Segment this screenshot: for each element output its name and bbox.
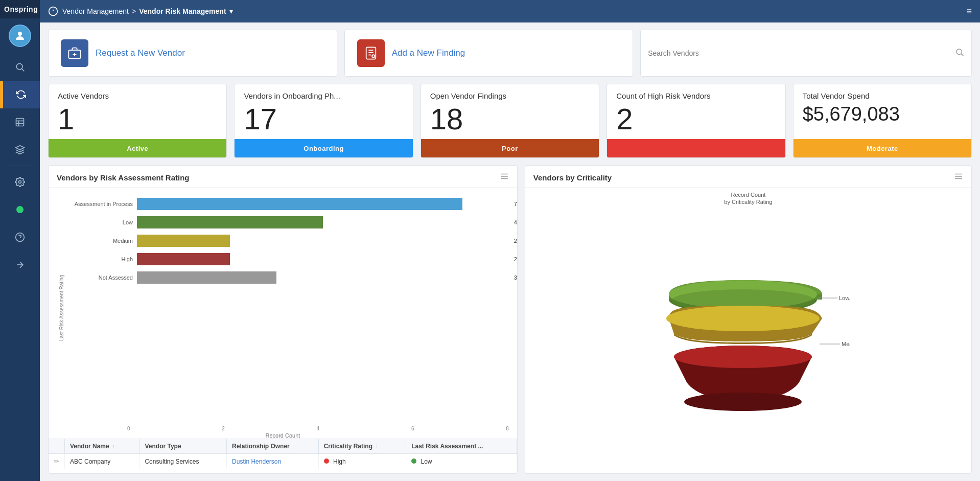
svg-point-1 <box>16 63 22 70</box>
bar-chart-header: Vendors by Risk Assessment Rating <box>49 166 517 188</box>
sidebar-item-layers[interactable] <box>0 136 40 164</box>
relationship-owner-link[interactable]: Dustin Henderson <box>232 458 281 465</box>
svg-point-25 <box>956 49 962 55</box>
stat-onboarding-title: Vendors in Onboarding Ph... <box>244 91 403 100</box>
stat-high-risk-footer <box>607 139 785 157</box>
svg-point-0 <box>18 32 22 36</box>
bar-row-0: Assessment in Process7 <box>66 197 509 211</box>
criticality-chart-menu[interactable] <box>954 172 963 183</box>
stat-open-findings-footer: Poor <box>421 139 599 157</box>
bar-fill-2 <box>137 235 230 247</box>
bar-label-4: Not Assessed <box>66 274 133 281</box>
bar-fill-0 <box>137 198 462 210</box>
bar-count-1: 4 <box>514 219 517 225</box>
svg-point-8 <box>19 181 21 184</box>
request-vendor-icon <box>61 39 88 67</box>
bar-chart-body: Last Risk Assessment Rating Assessment i… <box>49 188 517 473</box>
row-edit-cell[interactable]: ✏ <box>49 454 65 469</box>
search-card <box>640 30 972 77</box>
criticality-chart-title: Vendors by Criticality <box>533 173 612 182</box>
col-criticality-rating[interactable]: Criticality Rating ↑ <box>318 439 406 454</box>
sidebar: Onspring <box>0 0 40 481</box>
criticality-chart-body: Record Count by Criticality Rating <box>525 188 971 473</box>
sidebar-item-status[interactable] <box>0 196 40 223</box>
y-axis-label: Last Risk Assessment Rating <box>57 192 66 424</box>
sidebar-item-help[interactable] <box>0 223 40 251</box>
sort-criticality-icon[interactable]: ↑ <box>376 444 378 449</box>
edit-icon: ✏ <box>54 457 59 465</box>
row-vendor-name: ABC Company <box>65 454 139 469</box>
bar-row-2: Medium2 <box>66 234 509 248</box>
stat-open-findings-value: 18 <box>430 104 590 134</box>
stat-high-risk-value: 2 <box>616 104 776 134</box>
stat-active-vendors-title: Active Vendors <box>58 91 217 100</box>
stat-onboarding-footer: Onboarding <box>235 139 412 157</box>
sidebar-item-dashboard[interactable] <box>0 81 40 108</box>
module-icon <box>48 6 58 16</box>
search-icon[interactable] <box>955 48 964 59</box>
col-vendor-type: Vendor Type <box>139 439 227 454</box>
app-logo[interactable]: Onspring <box>0 0 40 18</box>
breadcrumb: Vendor Management > Vendor Risk Manageme… <box>62 7 233 15</box>
stat-active-vendors-footer: Active <box>49 139 226 157</box>
stat-onboarding-value: 17 <box>244 104 403 134</box>
x-axis: 02468 <box>57 424 509 431</box>
table-body: ✏ ABC Company Consulting Services Dustin… <box>49 454 517 469</box>
criticality-subtitle2: by Criticality Rating <box>724 199 772 205</box>
row-risk-assessment: Low <box>406 454 517 469</box>
svg-rect-3 <box>16 119 24 126</box>
stats-row: Active Vendors 1 Active Vendors in Onboa… <box>48 84 972 158</box>
quick-actions-row: Request a New Vendor Add a New Finding <box>48 30 972 77</box>
stat-active-vendors-value: 1 <box>58 104 217 134</box>
request-vendor-card[interactable]: Request a New Vendor <box>48 30 337 77</box>
add-finding-card[interactable]: Add a New Finding <box>344 30 634 77</box>
bar-label-2: Medium <box>66 238 133 244</box>
search-input[interactable] <box>648 49 951 57</box>
content-area: Request a New Vendor Add a New Finding <box>40 22 980 481</box>
bar-track-4: 3 <box>137 271 509 284</box>
svg-point-42 <box>674 346 812 368</box>
bar-count-4: 3 <box>514 274 517 281</box>
vendor-table: Vendor Name ↑ Vendor Type Relationship O… <box>49 439 517 469</box>
bar-count-3: 2 <box>514 256 517 262</box>
sidebar-item-navigate[interactable] <box>0 251 40 279</box>
sidebar-item-settings[interactable] <box>0 168 40 196</box>
avatar[interactable] <box>9 25 31 47</box>
table-row[interactable]: ✏ ABC Company Consulting Services Dustin… <box>49 454 517 469</box>
bar-count-2: 2 <box>514 238 517 244</box>
main-content: Vendor Management > Vendor Risk Manageme… <box>40 0 980 481</box>
risk-label: Low <box>421 458 432 465</box>
col-vendor-name[interactable]: Vendor Name ↑ <box>65 439 139 454</box>
col-relationship-owner: Relationship Owner <box>227 439 319 454</box>
criticality-chart-header: Vendors by Criticality <box>525 166 971 188</box>
svg-point-40 <box>684 393 802 411</box>
bar-chart-menu[interactable] <box>500 172 509 183</box>
stat-total-spend[interactable]: Total Vendor Spend $5,679,083 Moderate <box>793 84 972 158</box>
col-edit <box>49 439 65 454</box>
sidebar-item-search[interactable] <box>0 53 40 81</box>
row-vendor-type: Consulting Services <box>139 454 227 469</box>
topbar-menu-icon[interactable]: ≡ <box>966 6 972 17</box>
sort-vendor-name-icon[interactable]: ↑ <box>112 444 115 449</box>
sidebar-item-reports[interactable] <box>0 108 40 136</box>
stat-high-risk-title: Count of High Risk Vendors <box>616 91 776 100</box>
breadcrumb-current[interactable]: Vendor Risk Management <box>139 7 226 15</box>
svg-line-2 <box>22 69 25 72</box>
stat-onboarding[interactable]: Vendors in Onboarding Ph... 17 Onboardin… <box>234 84 413 158</box>
add-finding-icon <box>357 39 385 67</box>
bar-count-0: 7 <box>514 201 517 207</box>
bar-row-4: Not Assessed3 <box>66 270 509 285</box>
stat-active-vendors[interactable]: Active Vendors 1 Active <box>48 84 227 158</box>
row-relationship-owner: Dustin Henderson <box>227 454 319 469</box>
breadcrumb-module[interactable]: Vendor Management <box>62 7 129 15</box>
bar-chart-inner: Last Risk Assessment Rating Assessment i… <box>57 192 509 424</box>
bar-row-3: High2 <box>66 252 509 266</box>
stat-total-spend-value: $5,679,083 <box>803 104 962 124</box>
col-last-risk: Last Risk Assessment ... <box>406 439 517 454</box>
stat-high-risk[interactable]: Count of High Risk Vendors 2 <box>606 84 785 158</box>
bar-label-0: Assessment in Process <box>66 201 133 207</box>
stat-open-findings[interactable]: Open Vendor Findings 18 Poor <box>421 84 599 158</box>
bar-label-1: Low <box>66 219 133 225</box>
bar-fill-4 <box>137 271 276 284</box>
dropdown-icon[interactable]: ▾ <box>229 7 233 15</box>
